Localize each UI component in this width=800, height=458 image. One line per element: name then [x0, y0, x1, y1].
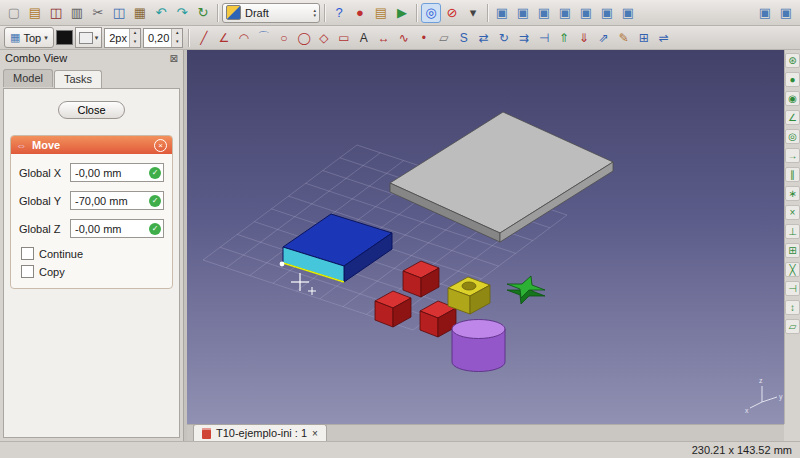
draft-downgrade-icon[interactable]: ⇓ [574, 29, 593, 47]
draft-rotate-icon[interactable]: ↻ [494, 29, 513, 47]
tab-model[interactable]: Model [3, 69, 53, 87]
spinner-arrows-icon[interactable]: ▴▾ [129, 29, 140, 47]
copy-checkbox[interactable] [21, 265, 34, 278]
draft-rectangle-icon[interactable]: ▭ [334, 29, 353, 47]
view-top-icon[interactable]: ▣ [534, 3, 554, 23]
object-yellow-box[interactable] [448, 277, 490, 314]
snap-ortho-icon[interactable]: ⊥ [785, 224, 800, 239]
save-icon[interactable]: ◫ [46, 3, 66, 23]
paste-icon[interactable]: ▦ [130, 3, 150, 23]
view-left-icon[interactable]: ▣ [618, 3, 638, 23]
draft-ellipse-icon[interactable]: ◯ [294, 29, 313, 47]
draft-scale-icon[interactable]: ⇗ [594, 29, 613, 47]
whatsthis-icon[interactable]: ? [329, 3, 349, 23]
view-axonometric-icon[interactable]: ▣ [492, 3, 512, 23]
close-task-button[interactable]: Close [58, 101, 124, 119]
object-blue-box-selected[interactable] [280, 214, 392, 282]
workbench-selector[interactable]: Draft ▴▾ [222, 3, 320, 23]
snap-angle-icon[interactable]: ∠ [785, 110, 800, 125]
document-tab[interactable]: T10-ejemplo-ini : 1 × [193, 424, 327, 441]
snap-parallel-icon[interactable]: ∥ [785, 167, 800, 182]
line-width-spinbox[interactable]: 2px ▴▾ [104, 28, 141, 48]
draft-upgrade-icon[interactable]: ⇑ [554, 29, 573, 47]
draft-line-icon[interactable]: ╱ [194, 29, 213, 47]
draft-mirror-icon[interactable]: ⇌ [654, 29, 673, 47]
cut-icon[interactable]: ✂ [88, 3, 108, 23]
snap-perpendicular-icon[interactable]: ⊣ [785, 281, 800, 296]
draft-trimex-icon[interactable]: ⊣ [534, 29, 553, 47]
copy-icon[interactable]: ◫ [109, 3, 129, 23]
snap-lock-icon[interactable]: ⊛ [785, 53, 800, 68]
draft-circle-icon[interactable]: ○ [274, 29, 293, 47]
snap-center-icon[interactable]: ◎ [785, 129, 800, 144]
draft-arc-icon[interactable]: ⌒ [254, 29, 273, 47]
task-close-icon[interactable]: × [154, 139, 167, 152]
view-cube-toolbar: ▣▣▣▣▣▣▣ [492, 3, 638, 23]
face-color-button[interactable]: ▾ [75, 27, 103, 48]
view-rear-icon[interactable]: ▣ [576, 3, 596, 23]
valid-check-icon: ✓ [149, 167, 161, 179]
snap-special-icon[interactable]: ∗ [785, 186, 800, 201]
working-plane-button[interactable]: ▦ Top ▾ [4, 27, 54, 48]
draft-fillet-icon[interactable]: ◠ [234, 29, 253, 47]
new-document-icon[interactable]: ▢ [4, 3, 24, 23]
view-front-icon[interactable]: ▣ [513, 3, 533, 23]
draft-polygon-icon[interactable]: ◇ [314, 29, 333, 47]
standard-toolbar: ▢▤◫▥✂◫▦↶↷↻ Draft ▴▾ ?●▤▶ ◎⊘▾ ▣▣▣▣▣▣▣ ▣▣ [0, 0, 800, 26]
snap-midpoint-icon[interactable]: ◉ [785, 91, 800, 106]
macro-execute-icon[interactable]: ▶ [392, 3, 412, 23]
view-cube-icon[interactable]: ▣ [776, 3, 796, 23]
undo-icon[interactable]: ↶ [151, 3, 171, 23]
object-green-star[interactable] [507, 276, 545, 304]
axis-indicator: z y x [745, 377, 783, 414]
snap-near-icon[interactable]: × [785, 205, 800, 220]
macro-edit-icon[interactable]: ▤ [371, 3, 391, 23]
print-icon[interactable]: ▥ [67, 3, 87, 23]
valid-check-icon: ✓ [149, 195, 161, 207]
view-bottom-icon[interactable]: ▣ [597, 3, 617, 23]
global-z-input[interactable]: -0,00 mm ✓ [70, 219, 164, 238]
tab-close-icon[interactable]: × [312, 428, 318, 439]
view-right-icon[interactable]: ▣ [555, 3, 575, 23]
tasks-panel: Close ⇔ Move × Global X -0,00 mm ✓ Globa… [3, 88, 180, 438]
snap-workingplane-icon[interactable]: ▱ [785, 319, 800, 334]
redo-icon[interactable]: ↷ [172, 3, 192, 23]
draft-offset-icon[interactable]: ⇉ [514, 29, 533, 47]
draft-array-icon[interactable]: ⊞ [634, 29, 653, 47]
snap-grid-icon[interactable]: ⊞ [785, 243, 800, 258]
object-red-cube-1[interactable] [403, 261, 439, 297]
draft-dimension-icon[interactable]: ↔ [374, 29, 393, 47]
global-y-label: Global Y [19, 195, 65, 207]
macro-record-icon[interactable]: ● [350, 3, 370, 23]
draw-style-icon[interactable]: ⊘ [442, 3, 462, 23]
continue-checkbox[interactable] [21, 247, 34, 260]
draft-move-icon[interactable]: ⇄ [474, 29, 493, 47]
global-y-input[interactable]: -70,00 mm ✓ [70, 191, 164, 210]
snap-dimensions-icon[interactable]: ↕ [785, 300, 800, 315]
spinner-arrows-icon[interactable]: ▴▾ [171, 29, 182, 47]
tab-tasks[interactable]: Tasks [54, 70, 102, 88]
snap-endpoint-icon[interactable]: ● [785, 72, 800, 87]
object-red-cube-2[interactable] [375, 291, 411, 327]
snap-intersection-icon[interactable]: ╳ [785, 262, 800, 277]
zoom-fit-icon[interactable]: ◎ [421, 3, 441, 23]
view-cube-icon[interactable]: ▣ [755, 3, 775, 23]
draft-point-icon[interactable]: • [414, 29, 433, 47]
move-task-header[interactable]: ⇔ Move × [11, 136, 172, 154]
draft-text-icon[interactable]: A [354, 29, 373, 47]
draft-bspline-icon[interactable]: ∿ [394, 29, 413, 47]
global-x-input[interactable]: -0,00 mm ✓ [70, 163, 164, 182]
object-purple-cylinder[interactable] [452, 320, 505, 372]
viewport[interactable]: z y x [187, 50, 784, 424]
draft-edit-icon[interactable]: ✎ [614, 29, 633, 47]
open-icon[interactable]: ▤ [25, 3, 45, 23]
panel-close-icon[interactable]: ⊠ [170, 53, 178, 64]
snap-extension-icon[interactable]: → [785, 148, 800, 163]
draft-shapestring-icon[interactable]: S [454, 29, 473, 47]
draft-facebinder-icon[interactable]: ▱ [434, 29, 453, 47]
draft-polyline-icon[interactable]: ∠ [214, 29, 233, 47]
refresh-icon[interactable]: ↻ [193, 3, 213, 23]
scale-spinbox[interactable]: 0,20 ▴▾ [143, 28, 183, 48]
line-color-swatch[interactable] [56, 30, 73, 45]
draw-style-caret-icon[interactable]: ▾ [463, 3, 483, 23]
